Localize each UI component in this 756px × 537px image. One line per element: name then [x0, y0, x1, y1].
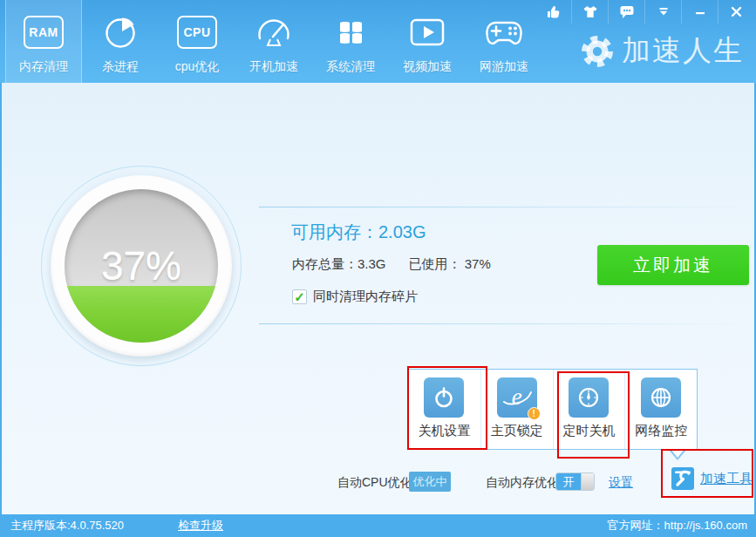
- window-controls: [535, 0, 754, 24]
- toolbar-item-game-speedup[interactable]: 网游加速: [466, 0, 542, 83]
- toolbar-item-system-clean[interactable]: 系统清理: [312, 0, 389, 83]
- total-memory-text: 内存总量：3.3G: [292, 256, 386, 271]
- menu-button[interactable]: [644, 0, 681, 24]
- toggle-on-label: 开: [556, 473, 581, 490]
- used-memory-text: 已使用： 37%: [409, 256, 491, 271]
- gauge-percent-text: 37%: [65, 189, 218, 343]
- available-memory-text: 可用内存：2.03G: [291, 221, 426, 244]
- gauge-dial: 37%: [65, 189, 218, 343]
- toolbar-item-label: 网游加速: [480, 59, 528, 75]
- version-text: 主程序版本:4.0.75.520: [10, 518, 124, 534]
- check-icon: ✓: [294, 289, 305, 305]
- toolbar-item-memory-clean[interactable]: RAM 内存清理: [5, 0, 82, 83]
- warning-badge: !: [528, 407, 541, 420]
- clean-fragments-row: ✓ 同时清理内存碎片: [292, 289, 418, 305]
- tool-homepage-lock[interactable]: e ! 主页锁定: [480, 370, 553, 449]
- power-icon: [424, 377, 464, 418]
- ie-browser-icon: e !: [497, 377, 537, 418]
- tools-panel: 关机设置 e ! 主页锁定: [407, 369, 698, 450]
- close-button[interactable]: [718, 0, 754, 24]
- tool-network-monitor[interactable]: 网络监控: [624, 370, 697, 449]
- speedometer-icon: [253, 12, 295, 52]
- memory-optimize-toggle[interactable]: 开: [555, 472, 595, 491]
- speedup-tools-button[interactable]: 加速工具: [671, 467, 753, 490]
- globe-icon: [641, 377, 681, 418]
- settings-link[interactable]: 设置: [609, 475, 633, 491]
- toolbar-item-label: 杀进程: [102, 59, 139, 75]
- tool-label: 定时关机: [562, 423, 615, 439]
- boost-now-button[interactable]: 立即加速: [597, 245, 749, 285]
- divider-line-top: [259, 207, 756, 207]
- thumbs-up-icon: [546, 4, 561, 19]
- gauge-ring: 37%: [51, 175, 232, 357]
- memory-usage-gauge: 37%: [41, 166, 242, 366]
- timer-icon: [569, 377, 609, 418]
- minimize-icon: [693, 5, 707, 18]
- tool-label: 主页锁定: [491, 423, 543, 439]
- official-website-text: 官方网址：http://js.160.com: [608, 518, 747, 534]
- toolbar-item-label: cpu优化: [175, 59, 220, 75]
- like-button[interactable]: [535, 0, 571, 24]
- cpu-optimizing-badge[interactable]: 优化中: [409, 472, 451, 492]
- windows-icon: [330, 12, 371, 52]
- auto-cpu-optimize-label: 自动CPU优化: [337, 475, 412, 491]
- tool-label: 关机设置: [418, 423, 470, 439]
- tool-label: 网络监控: [635, 423, 687, 439]
- cpu-icon: CPU: [177, 12, 217, 52]
- pie-chart-icon: [99, 12, 141, 52]
- main-nav: RAM 内存清理 杀进程 CPU cpu优化: [5, 0, 542, 83]
- divider-line-bottom: [259, 323, 756, 324]
- top-toolbar: RAM 内存清理 杀进程 CPU cpu优化: [0, 0, 756, 83]
- tool-shutdown-settings[interactable]: 关机设置: [408, 370, 480, 449]
- app-logo-text: 加速人生: [622, 31, 744, 71]
- toolbar-item-video-speedup[interactable]: 视频加速: [389, 0, 466, 83]
- play-icon: [406, 12, 448, 52]
- chat-icon: [619, 4, 635, 19]
- wrench-icon: [671, 467, 694, 490]
- minimize-button[interactable]: [681, 0, 718, 24]
- toolbar-item-cpu-optimize[interactable]: CPU cpu优化: [159, 0, 235, 83]
- feedback-button[interactable]: [608, 0, 644, 24]
- status-bar: 主程序版本:4.0.75.520 检查升级 官方网址：http://js.160…: [0, 514, 756, 537]
- main-area: 37% 可用内存：2.03G 内存总量：3.3G已使用： 37% ✓ 同时清理内…: [0, 83, 756, 514]
- auto-memory-optimize-label: 自动内存优化: [486, 475, 559, 491]
- toolbar-item-label: 内存清理: [19, 59, 68, 75]
- close-icon: [730, 5, 743, 18]
- toolbar-item-label: 系统清理: [326, 59, 375, 75]
- toolbar-item-label: 开机加速: [249, 59, 298, 75]
- clean-fragments-label: 同时清理内存碎片: [313, 289, 418, 305]
- toggle-knob: [581, 473, 594, 490]
- clean-fragments-checkbox[interactable]: ✓: [292, 289, 307, 304]
- memory-detail-text: 内存总量：3.3G已使用： 37%: [292, 256, 491, 273]
- app-logo: 加速人生: [579, 31, 744, 71]
- shirt-icon: [582, 4, 597, 19]
- speedup-tools-label: 加速工具: [700, 471, 753, 487]
- gear-icon: [579, 33, 616, 70]
- ram-icon: RAM: [24, 12, 64, 52]
- chevron-down-icon: [657, 5, 671, 18]
- toolbar-item-label: 视频加速: [403, 59, 452, 75]
- tool-scheduled-shutdown[interactable]: 定时关机: [553, 370, 625, 449]
- skin-button[interactable]: [571, 0, 608, 24]
- app-window: RAM 内存清理 杀进程 CPU cpu优化: [0, 0, 756, 537]
- check-update-link[interactable]: 检查升级: [178, 518, 223, 534]
- gamepad-icon: [483, 12, 525, 52]
- toolbar-item-kill-process[interactable]: 杀进程: [82, 0, 159, 83]
- toolbar-item-boot-speedup[interactable]: 开机加速: [235, 0, 312, 83]
